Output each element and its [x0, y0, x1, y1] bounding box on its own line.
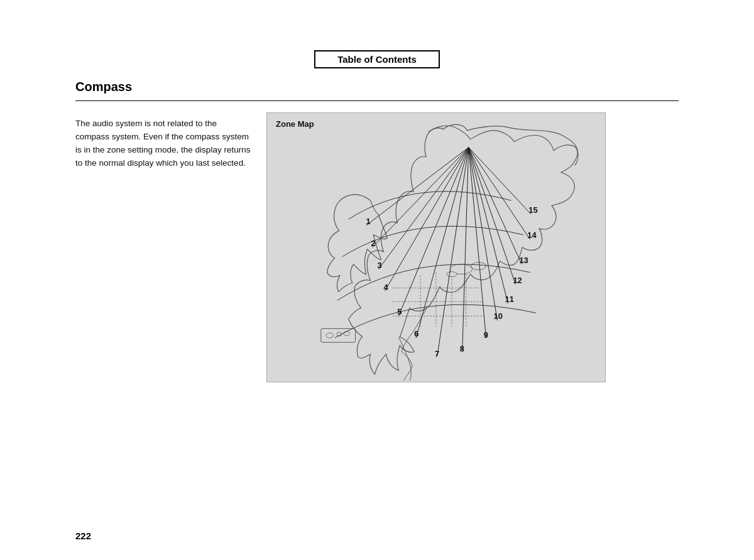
svg-line-26	[469, 148, 522, 264]
svg-line-24	[469, 148, 508, 304]
map-area: Zone Map	[266, 112, 679, 382]
svg-text:11: 11	[505, 294, 513, 304]
svg-line-16	[378, 148, 468, 269]
svg-text:7: 7	[435, 349, 439, 358]
svg-text:2: 2	[371, 239, 375, 248]
svg-point-12	[471, 262, 486, 270]
svg-line-15	[372, 148, 468, 247]
svg-text:10: 10	[494, 311, 503, 321]
svg-text:4: 4	[383, 283, 388, 292]
svg-point-1	[326, 333, 334, 338]
zone-map-container: Zone Map	[266, 112, 606, 382]
svg-line-21	[462, 148, 469, 350]
svg-text:8: 8	[460, 344, 464, 353]
svg-text:15: 15	[528, 205, 537, 215]
svg-line-22	[469, 148, 486, 338]
page-number: 222	[75, 530, 91, 541]
svg-text:12: 12	[513, 276, 522, 285]
section-title: Compass	[75, 80, 679, 97]
svg-text:3: 3	[377, 261, 381, 270]
page: Table of Contents Compass The audio syst…	[0, 0, 754, 560]
section-divider	[75, 100, 679, 101]
two-col-layout: The audio system is not related to the c…	[75, 112, 679, 382]
svg-text:1: 1	[366, 217, 371, 226]
svg-line-18	[398, 148, 468, 316]
map-svg: 1 2 3 4 5 6 7 8 9 10 11 12 13 14	[267, 113, 605, 382]
svg-line-19	[416, 148, 469, 338]
svg-text:6: 6	[414, 329, 418, 338]
svg-line-20	[437, 148, 469, 355]
body-paragraph: The audio system is not related to the c…	[75, 112, 251, 170]
toc-button[interactable]: Table of Contents	[314, 50, 440, 68]
svg-text:9: 9	[484, 330, 488, 340]
svg-line-27	[469, 148, 530, 239]
content-area: Table of Contents Compass The audio syst…	[75, 50, 679, 522]
svg-text:13: 13	[519, 256, 528, 265]
svg-text:5: 5	[397, 307, 402, 316]
svg-point-3	[344, 331, 350, 336]
svg-text:14: 14	[527, 230, 537, 240]
svg-point-13	[447, 272, 457, 277]
